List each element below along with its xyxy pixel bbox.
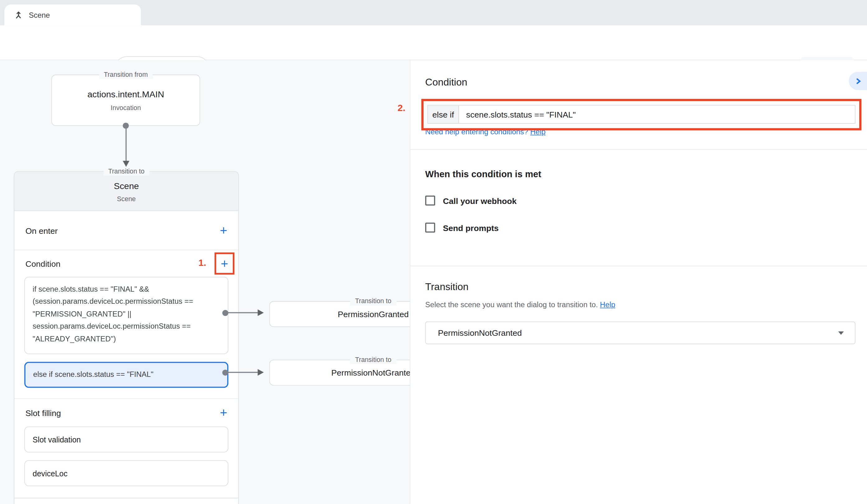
scene-diagram-canvas: Transition from actions.intent.MAIN Invo…: [0, 60, 410, 504]
transition-to-legend: Transition to: [350, 356, 396, 364]
chevron-right-icon: [854, 77, 862, 85]
merge-arrow-icon: [14, 10, 23, 20]
header: Scene English: [0, 25, 867, 60]
condition-item[interactable]: if scene.slots.status == "FINAL" && (ses…: [24, 277, 228, 354]
annotation-1-highlight-box: +: [214, 252, 234, 275]
condition-help-text: Need help entering conditions?: [425, 128, 528, 136]
transition-description-text: Select the scene you want the dialog to …: [425, 301, 598, 309]
condition-help-line: Need help entering conditions? Help: [425, 128, 546, 136]
condition-detail-panel: Condition Need help entering conditions?…: [410, 60, 867, 504]
slot-filling-section-header: Slot filling +: [14, 398, 238, 427]
condition-item-selected[interactable]: else if scene.slots.status == "FINAL": [24, 362, 228, 388]
transition-scene-value: PermissionNotGranted: [438, 328, 838, 337]
connector-dot: [222, 369, 228, 375]
connector-line: [228, 372, 258, 373]
transition-to-legend: Transition to: [103, 167, 150, 176]
add-slot-button[interactable]: +: [220, 407, 227, 418]
panel-divider: [410, 266, 867, 266]
call-webhook-label: Call your webhook: [443, 196, 517, 205]
when-condition-heading: When this condition is met: [425, 169, 541, 180]
condition-prefix: else if: [428, 106, 459, 123]
condition-expression-input[interactable]: scene.slots.status == "FINAL": [459, 106, 855, 123]
transition-heading: Transition: [425, 281, 468, 293]
annotation-2: 2.: [398, 102, 406, 114]
target-scene-name: PermissionGranted: [338, 309, 409, 319]
tab-scene[interactable]: Scene: [4, 4, 141, 25]
send-prompts-option[interactable]: Send prompts: [425, 223, 499, 232]
intent-name: actions.intent.MAIN: [52, 89, 200, 99]
target-scene-permission-granted[interactable]: Transition to PermissionGranted: [269, 301, 409, 327]
connector-line: [125, 126, 126, 161]
panel-divider: [410, 149, 867, 150]
scene-card-header[interactable]: Scene Scene: [14, 172, 238, 211]
collapse-panel-button[interactable]: [849, 72, 867, 90]
target-scene-name: PermissionNotGranted: [331, 368, 410, 377]
on-enter-label: On enter: [25, 226, 58, 235]
tab-strip: Scene: [0, 0, 867, 25]
select-caret-icon: [838, 331, 844, 335]
transition-to-legend: Transition to: [350, 297, 396, 306]
condition-label: Condition: [25, 259, 61, 268]
arrowhead-down-icon: [122, 161, 129, 167]
slot-filling-label: Slot filling: [25, 408, 61, 417]
arrowhead-right-icon: [258, 369, 264, 375]
tab-label: Scene: [29, 11, 50, 19]
scene-card-type: Scene: [14, 195, 238, 203]
arrowhead-right-icon: [258, 309, 264, 316]
send-prompts-label: Send prompts: [443, 223, 499, 232]
card-section-divider: [14, 498, 238, 498]
transition-scene-select[interactable]: PermissionNotGranted: [425, 321, 855, 344]
actions-builder-scene-editor: Scene Scene: [0, 0, 867, 504]
condition-help-link[interactable]: Help: [530, 128, 546, 136]
transition-from-box[interactable]: Transition from actions.intent.MAIN Invo…: [51, 75, 200, 126]
connector-dot: [222, 310, 228, 316]
target-scene-permission-not-granted[interactable]: Transition to PermissionNotGranted: [269, 360, 409, 386]
condition-section-header: Condition 1. +: [14, 250, 238, 277]
annotation-1: 1.: [199, 258, 206, 269]
intent-type: Invocation: [52, 104, 200, 112]
add-condition-button[interactable]: +: [221, 258, 228, 269]
connector-line: [228, 312, 258, 314]
scene-card: Transition to Scene Scene On enter + Con…: [14, 171, 239, 504]
panel-condition-heading: Condition: [425, 77, 467, 88]
transition-help-link[interactable]: Help: [600, 301, 615, 309]
condition-expression-row: else if scene.slots.status == "FINAL": [427, 105, 855, 124]
checkbox-icon[interactable]: [425, 223, 435, 232]
add-on-enter-button[interactable]: +: [220, 225, 227, 236]
slot-item[interactable]: deviceLoc: [24, 460, 228, 486]
transition-from-legend: Transition from: [99, 70, 153, 79]
on-enter-section: On enter +: [14, 211, 238, 250]
slot-item[interactable]: Slot validation: [24, 427, 228, 453]
checkbox-icon[interactable]: [425, 196, 435, 206]
transition-description: Select the scene you want the dialog to …: [425, 301, 615, 309]
call-webhook-option[interactable]: Call your webhook: [425, 196, 517, 206]
